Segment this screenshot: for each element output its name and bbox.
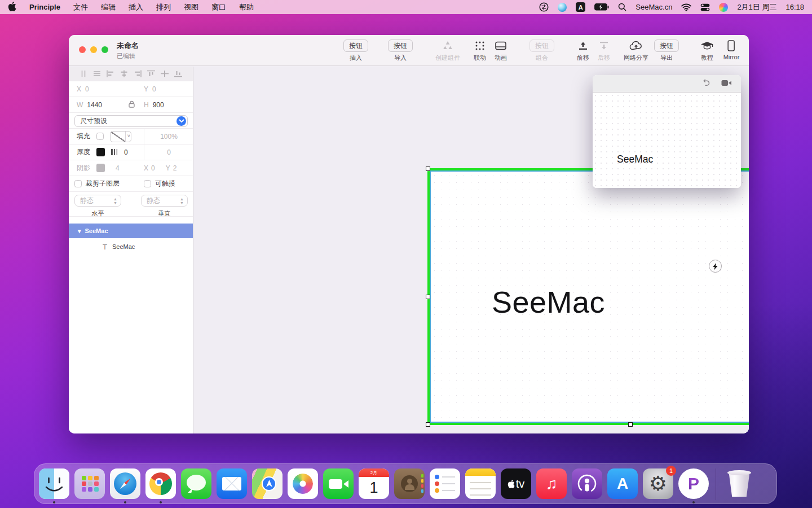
resize-handle-w[interactable] — [426, 295, 430, 299]
toolbar-import[interactable]: 按钮 导入 — [388, 40, 413, 62]
dock-maps[interactable] — [252, 468, 283, 499]
align-center-h-icon[interactable] — [120, 70, 129, 77]
dock-principle[interactable]: P — [678, 468, 709, 499]
artboard-seemac[interactable]: SeeMac — [427, 168, 749, 425]
dock-finder[interactable] — [39, 468, 69, 499]
lock-icon[interactable] — [129, 100, 135, 110]
toolbar-group: 按钮 组合 — [529, 40, 554, 62]
dock-apple-tv[interactable]: tv — [501, 468, 531, 499]
fill-opacity[interactable]: 100% — [160, 133, 178, 141]
interaction-lever-button[interactable] — [709, 260, 722, 273]
fill-checkbox[interactable] — [96, 133, 104, 140]
menubar-date[interactable]: 2月1日 周三 — [737, 2, 776, 12]
resize-handle-s[interactable] — [628, 422, 633, 427]
distribute-horizontal-icon[interactable] — [79, 70, 88, 77]
shadow-blur-value[interactable]: 4 — [116, 164, 120, 172]
horizontal-driver-select[interactable]: 静态▲▼ — [74, 195, 121, 207]
minimize-button[interactable] — [90, 46, 97, 53]
dock-reminders[interactable] — [430, 468, 460, 499]
y-value[interactable]: 0 — [152, 85, 156, 93]
dock-launchpad[interactable] — [74, 468, 105, 499]
browser-status-icon[interactable] — [558, 3, 567, 12]
preview-titlebar[interactable] — [593, 75, 741, 93]
align-right-icon[interactable] — [133, 70, 142, 77]
menu-window[interactable]: 窗口 — [211, 2, 226, 12]
fill-color-swatch[interactable]: ˅ — [110, 131, 131, 142]
menu-edit[interactable]: 编辑 — [101, 2, 116, 12]
zoom-button[interactable] — [102, 46, 108, 53]
export-chip[interactable]: 按钮 — [654, 40, 679, 52]
clip-sublayers-checkbox[interactable] — [74, 180, 82, 187]
toolbar-export[interactable]: 按钮 导出 — [654, 40, 679, 62]
toolbar-tutorial[interactable]: 教程 — [700, 40, 714, 62]
dock-notes[interactable] — [465, 468, 496, 499]
record-video-icon[interactable] — [721, 78, 732, 89]
toolbar-forward[interactable]: 前移 — [577, 40, 589, 62]
dock-app-store[interactable]: A — [607, 468, 638, 499]
h-value[interactable]: 900 — [153, 101, 164, 109]
dock-contacts[interactable] — [394, 468, 425, 499]
menu-arrange[interactable]: 排列 — [156, 2, 171, 12]
dock-trash[interactable] — [724, 468, 754, 499]
insert-chip[interactable]: 按钮 — [343, 40, 368, 52]
import-chip[interactable]: 按钮 — [388, 40, 413, 52]
shadow-y-value[interactable]: 2 — [173, 164, 177, 172]
align-top-icon[interactable] — [147, 70, 156, 77]
menu-file[interactable]: 文件 — [73, 2, 88, 12]
input-method-icon[interactable]: A — [576, 2, 585, 12]
stroke-width-value[interactable]: 0 — [124, 148, 128, 156]
align-left-icon[interactable] — [106, 70, 115, 77]
dock-safari[interactable] — [110, 468, 140, 499]
preview-viewport[interactable]: SeeMac — [593, 93, 741, 188]
layer-group-seemac[interactable]: ▾ SeeMac — [69, 224, 193, 238]
align-bottom-icon[interactable] — [174, 70, 183, 77]
artboard-surface[interactable]: SeeMac — [430, 170, 749, 423]
touchable-checkbox[interactable] — [144, 180, 151, 187]
dock-music[interactable]: ♫ — [536, 468, 567, 499]
shadow-x-value[interactable]: 0 — [151, 164, 155, 172]
spotlight-search-icon[interactable] — [618, 3, 626, 11]
toolbar-insert[interactable]: 按钮 插入 — [343, 40, 368, 62]
siri-icon[interactable] — [719, 3, 728, 12]
layer-text-seemac[interactable]: T SeeMac — [69, 238, 193, 255]
dock-facetime[interactable] — [323, 468, 354, 499]
apple-menu-icon[interactable] — [8, 2, 16, 13]
x-value[interactable]: 0 — [85, 85, 89, 93]
menu-view[interactable]: 视图 — [184, 2, 198, 12]
distribute-vertical-icon[interactable] — [92, 70, 102, 77]
menu-insert[interactable]: 插入 — [129, 2, 143, 12]
toolbar-mirror[interactable]: Mirror — [723, 40, 740, 60]
dock-messages[interactable] — [181, 468, 211, 499]
stroke-color-swatch[interactable] — [96, 148, 105, 156]
resize-handle-sw[interactable] — [426, 422, 430, 427]
stroke-radius-value[interactable]: 0 — [167, 148, 171, 156]
toolbar-animate[interactable]: 动画 — [495, 40, 507, 62]
shadow-color-swatch[interactable] — [96, 164, 105, 172]
layer-chevron-icon[interactable]: ▾ — [78, 227, 81, 235]
w-value[interactable]: 1440 — [87, 101, 102, 109]
menubar-site-text[interactable]: SeeMac.cn — [636, 3, 672, 11]
dock-mail[interactable] — [217, 468, 247, 499]
menubar-time[interactable]: 16:18 — [785, 3, 804, 11]
toolbar-share[interactable]: 网络分享 — [624, 40, 648, 62]
toolbar-link[interactable]: 联动 — [474, 40, 486, 62]
dock-calendar[interactable]: 2月 1 — [359, 468, 389, 499]
dock-system-preferences[interactable]: ⚙ 1 — [643, 468, 673, 499]
artboard-text[interactable]: SeeMac — [492, 284, 605, 319]
size-preset-dropdown[interactable]: 尺寸预设 — [74, 115, 188, 127]
restart-preview-icon[interactable] — [701, 78, 710, 89]
battery-icon[interactable] — [594, 3, 609, 11]
close-button[interactable] — [79, 46, 86, 53]
resize-handle-nw[interactable] — [426, 167, 430, 171]
dock-chrome[interactable] — [145, 468, 176, 499]
dock-podcasts[interactable] — [572, 468, 602, 499]
control-center-icon[interactable] — [700, 3, 710, 11]
shortcuts-status-icon[interactable] — [539, 2, 549, 12]
chevron-down-icon[interactable] — [176, 116, 186, 126]
dock-photos[interactable] — [288, 468, 318, 499]
wifi-icon[interactable] — [681, 3, 691, 11]
align-middle-v-icon[interactable] — [160, 70, 169, 77]
menubar-app-name[interactable]: Principle — [29, 3, 60, 11]
menu-help[interactable]: 帮助 — [239, 2, 254, 12]
vertical-driver-select[interactable]: 静态▲▼ — [141, 195, 188, 207]
